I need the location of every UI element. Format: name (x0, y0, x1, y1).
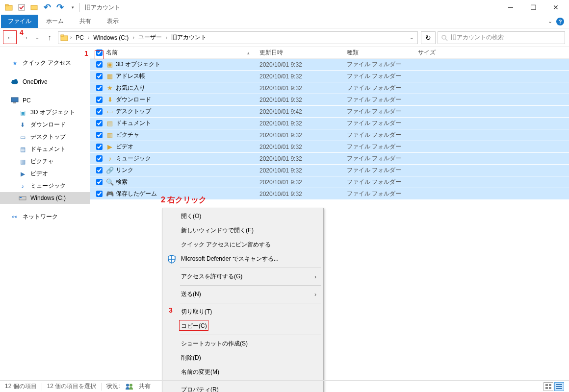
sort-asc-icon: ▴ (247, 50, 250, 55)
file-tab[interactable]: ファイル (1, 15, 38, 28)
row-type: ファイル フォルダー (347, 131, 418, 139)
maximize-button[interactable]: ☐ (522, 0, 544, 15)
row-checkbox[interactable] (96, 132, 103, 138)
close-button[interactable]: ✕ (544, 0, 567, 15)
col-size[interactable]: サイズ (418, 49, 467, 57)
chevron-right-icon[interactable]: › (165, 35, 168, 40)
file-row[interactable]: 🔗リンク2020/10/01 9:32ファイル フォルダー (90, 165, 569, 176)
ctx-pin-quick-access[interactable]: クイック アクセスにピン留めする (163, 238, 322, 252)
row-checkbox[interactable] (96, 73, 103, 79)
svg-rect-23 (556, 384, 562, 385)
row-checkbox[interactable] (96, 191, 103, 197)
help-icon[interactable]: ? (556, 18, 564, 25)
crumb-drive[interactable]: Windows (C:) (91, 33, 130, 43)
file-row[interactable]: ▶ビデオ2020/10/01 9:32ファイル フォルダー (90, 141, 569, 153)
tree-desktop[interactable]: ▭デスクトップ (0, 131, 90, 143)
tab-view[interactable]: 表示 (99, 15, 127, 28)
ctx-cut[interactable]: 切り取り(T) (163, 305, 322, 319)
folder-small-icon[interactable] (29, 2, 39, 12)
ctx-defender-scan[interactable]: Microsoft Defender でスキャンする... (163, 252, 322, 266)
crumb-pc[interactable]: PC (74, 33, 86, 43)
file-row[interactable]: ▣3D オブジェクト2020/10/01 9:32ファイル フォルダー (90, 59, 569, 71)
file-row[interactable]: ▥ピクチャ2020/10/01 9:32ファイル フォルダー (90, 129, 569, 141)
checkbox-icon[interactable] (17, 2, 26, 12)
tree-documents[interactable]: ▤ドキュメント (0, 143, 90, 155)
row-checkbox[interactable] (96, 97, 103, 103)
minimize-button[interactable]: ─ (499, 0, 522, 15)
chevron-right-icon[interactable]: › (87, 35, 90, 40)
back-button[interactable]: ← (4, 31, 17, 44)
col-date[interactable]: 更新日時 (259, 49, 347, 57)
undo-icon[interactable]: ↶ (42, 2, 52, 12)
row-checkbox[interactable] (96, 179, 103, 185)
svg-point-6 (442, 35, 446, 39)
crumb-current[interactable]: 旧アカウント (169, 32, 208, 43)
tree-videos[interactable]: ▶ビデオ (0, 168, 90, 180)
row-name: ドキュメント (115, 119, 259, 127)
forward-button[interactable]: → (19, 31, 31, 44)
up-button[interactable]: ↑ (43, 31, 56, 44)
tree-music[interactable]: ♪ミュージック (0, 180, 90, 192)
ctx-create-shortcut[interactable]: ショートカットの作成(S) (163, 337, 322, 351)
tree-network[interactable]: ⚯ ネットワーク (0, 211, 90, 223)
file-row[interactable]: ▦アドレス帳2020/10/01 9:32ファイル フォルダー (90, 71, 569, 82)
row-checkbox[interactable] (96, 108, 103, 115)
row-date: 2020/10/01 9:32 (259, 120, 347, 127)
file-row[interactable]: 🎮保存したゲーム2020/10/01 9:32ファイル フォルダー (90, 188, 569, 200)
svg-rect-21 (545, 387, 548, 389)
view-details-button[interactable] (554, 382, 564, 391)
col-type[interactable]: 種類 (347, 49, 418, 57)
tab-home[interactable]: ホーム (38, 15, 72, 28)
status-state-label: 状況: (106, 382, 120, 391)
tree-3d[interactable]: ▣3D オブジェクト (0, 106, 90, 119)
view-thumbnails-button[interactable] (543, 382, 553, 391)
row-checkbox[interactable] (96, 61, 103, 68)
tree-pc[interactable]: PC (0, 95, 90, 106)
folder-icon (4, 2, 14, 12)
file-row[interactable]: ⬇ダウンロード2020/10/01 9:32ファイル フォルダー (90, 94, 569, 106)
expand-ribbon-icon[interactable]: ⌄ (548, 18, 552, 24)
redo-icon[interactable]: ↷ (55, 2, 65, 12)
col-name[interactable]: 名前▴ (105, 49, 259, 57)
row-checkbox[interactable] (96, 85, 103, 91)
chevron-right-icon[interactable]: › (69, 35, 73, 40)
address-dropdown-icon[interactable]: ⌄ (410, 35, 414, 40)
history-dropdown[interactable]: ⌄ (33, 31, 41, 44)
folder-icon: ▣ (105, 61, 115, 68)
file-row[interactable]: ★お気に入り2020/10/01 9:32ファイル フォルダー (90, 82, 569, 94)
folder-icon: 🔗 (105, 167, 115, 174)
row-checkbox[interactable] (96, 167, 103, 173)
file-row[interactable]: ♪ミュージック2020/10/01 9:32ファイル フォルダー (90, 153, 569, 165)
file-row[interactable]: ▤ドキュメント2020/10/01 9:32ファイル フォルダー (90, 118, 569, 129)
tree-pictures[interactable]: ▥ピクチャ (0, 155, 90, 168)
ctx-open[interactable]: 開く(O) (163, 209, 322, 223)
ctx-copy[interactable]: コピー(C) (163, 319, 322, 333)
ctx-grant-access[interactable]: アクセスを許可する(G)› (163, 270, 322, 284)
row-type: ファイル フォルダー (347, 166, 418, 174)
file-row[interactable]: ▭デスクトップ2020/10/01 9:42ファイル フォルダー (90, 106, 569, 118)
tree-onedrive[interactable]: OneDrive (0, 76, 90, 88)
tree-downloads[interactable]: ⬇ダウンロード (0, 119, 90, 131)
row-type: ファイル フォルダー (347, 107, 418, 116)
qat-dropdown-icon[interactable]: ▾ (68, 2, 78, 12)
ctx-new-window[interactable]: 新しいウィンドウで開く(E) (163, 223, 322, 238)
search-input[interactable]: 旧アカウントの検索 (438, 31, 565, 44)
ctx-delete[interactable]: 削除(D) (163, 351, 322, 365)
refresh-button[interactable]: ↻ (421, 31, 436, 44)
ctx-rename[interactable]: 名前の変更(M) (163, 365, 322, 379)
file-row[interactable]: 🔍検索2020/10/01 9:32ファイル フォルダー (90, 176, 569, 188)
tab-share[interactable]: 共有 (72, 15, 99, 28)
tree-drive-c[interactable]: Windows (C:) (0, 192, 90, 204)
svg-rect-1 (5, 4, 8, 6)
row-checkbox[interactable] (96, 144, 103, 150)
tree-quick-access[interactable]: ★ クイック アクセス (0, 57, 90, 69)
row-name: ビデオ (115, 143, 259, 151)
row-date: 2020/10/01 9:32 (259, 97, 347, 103)
ctx-send-to[interactable]: 送る(N)› (163, 287, 322, 301)
row-checkbox[interactable] (96, 120, 103, 126)
row-name: 保存したゲーム (115, 190, 259, 198)
crumb-users[interactable]: ユーザー (136, 32, 164, 43)
chevron-right-icon[interactable]: › (131, 35, 135, 40)
address-bar[interactable]: › PC › Windows (C:) › ユーザー › 旧アカウント ⌄ (58, 31, 418, 44)
row-checkbox[interactable] (96, 155, 103, 162)
